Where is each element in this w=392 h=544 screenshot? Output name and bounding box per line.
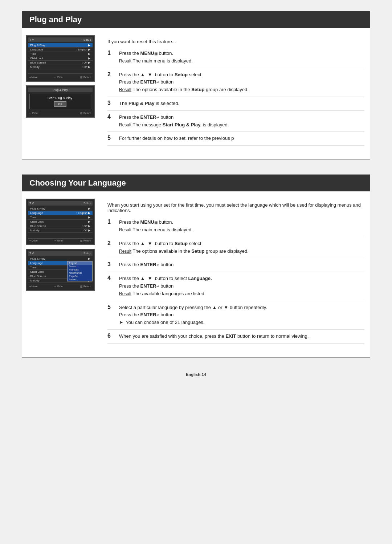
lang-step-2: 2 Press the ▲ ▼ button to Setup select R… (107, 240, 364, 259)
tv1-title-right: Setup (83, 38, 91, 41)
enter-icon-l3: ↵ (156, 263, 159, 267)
lang-intro: When you start using your set for the fi… (107, 202, 364, 213)
plug-intro: If you want to reset this feature... (107, 39, 364, 44)
up-arrow-l4: ▲ (140, 276, 145, 281)
tv1-menu-melody: Melody: Off ▶ (28, 65, 93, 69)
lang-step-4: 4 Press the ▲ ▼ button to select Languag… (107, 275, 364, 301)
menu-key-1: MENU (140, 50, 154, 56)
tv2-popup-text: Start Plug & Play. (32, 96, 89, 100)
lang-step1-result: Result The main menu is displayed. (119, 226, 364, 234)
tv1-menu-empty (28, 69, 93, 74)
tv-screen-1: T V Setup Plug & Play▶ Language: English… (26, 35, 95, 82)
tv3-menu-melody: Melody: Off ▶ (28, 228, 93, 233)
choosing-language-content: T V Setup Plug & Play▶ Language: English… (22, 199, 370, 354)
enter-icon-l4: ↵ (156, 284, 159, 288)
tv-screen-4: T V Setup Plug & Play▶ Language English … (26, 249, 95, 291)
lang-step2-result: Result The options available in the Setu… (119, 248, 364, 255)
plug-step-5: 5 For further details on how to set, ref… (107, 135, 364, 146)
page-footer: English-14 (22, 372, 370, 377)
lang-step5-note: ➤ You can choose one of 21 languages. (119, 320, 204, 325)
lang-step4-result: Result The available languages are liste… (119, 290, 364, 298)
up-arrow-l5: ▲ (212, 305, 217, 310)
up-arrow-2: ▲ (140, 72, 145, 77)
up-arrow-l2: ▲ (140, 241, 145, 246)
menu-key-l1: MENU (140, 219, 154, 225)
tv1-title-left: T V (29, 38, 34, 41)
tv-screen-3: T V Setup Plug & Play▶ Language: English… (26, 199, 95, 245)
down-arrow-2: ▼ (148, 72, 152, 77)
enter-icon-4: ↵ (156, 115, 159, 119)
tv3-menu-bluescreen: Blue Screen: Off ▶ (28, 224, 93, 228)
tv2-footer: ↵ Enter ▥ Return (28, 111, 93, 115)
tv2-titlebar: Plug & Play (28, 88, 93, 92)
tv4-menu-lang-row: Language English Deutsch Français Nederl… (28, 261, 93, 265)
enter-icon-2: ↵ (156, 80, 159, 84)
tv4-dropdown: English Deutsch Français Nederlands Espa… (67, 261, 93, 281)
tv4-titlebar: T V Setup (28, 251, 93, 256)
tv1-footer: ♦ Move ↵ Enter ▥ Return (28, 75, 93, 80)
tv4-footer: ♦ Move ↵ Enter ▥ Return (28, 284, 93, 289)
tv-screens-plug: T V Setup Plug & Play▶ Language: English… (26, 35, 98, 152)
tv-screen-2: Plug & Play Start Plug & Play. OK ↵ Ente… (26, 85, 95, 118)
tv4-menu-plug: Plug & Play▶ (28, 257, 93, 261)
plug-and-play-title: Plug and Play (22, 11, 370, 28)
choosing-language-section: Choosing Your Language T V Setup Plug & … (22, 174, 370, 358)
tv4-dropdown-english: English (68, 261, 92, 265)
tv3-menu-lang: Language: English ▶ (28, 211, 93, 215)
tv4-dropdown-deutsch: Deutsch (68, 265, 92, 268)
tv1-menu-plug: Plug & Play▶ (28, 43, 93, 48)
enter-key-l4: ENTER (140, 283, 156, 289)
tv3-menu-childlock: Child Lock▶ (28, 220, 93, 224)
plug-key-3: Plug & Play (128, 101, 155, 106)
plug-step2-result: Result The options available in the Setu… (119, 86, 364, 94)
lang-instructions: When you start using your set for the fi… (106, 199, 366, 350)
enter-key-l3: ENTER (140, 262, 156, 267)
tv1-menu-childlock: Child Lock▶ (28, 56, 93, 61)
tv3-footer: ♦ Move ↵ Enter ▥ Return (28, 238, 93, 243)
plug-step4-result: Result The message Start Plug & Play. is… (119, 121, 364, 129)
lang-step-6: 6 When you are satisfied with your choic… (107, 333, 364, 344)
enter-key-2: ENTER (140, 79, 156, 85)
tv1-menu-lang: Language: English ▶ (28, 48, 93, 52)
plug-and-play-content: T V Setup Plug & Play▶ Language: English… (22, 35, 370, 156)
tv1-menu-time: Time▶ (28, 52, 93, 56)
tv3-menu-time: Time▶ (28, 215, 93, 220)
lang-step-1: 1 Press the MENU▦ button. Result The mai… (107, 219, 364, 237)
language-key-l4: Language. (188, 276, 212, 281)
plug-step-2: 2 Press the ▲ ▼ button to Setup select P… (107, 71, 364, 97)
tv1-menu-bluescreen: Blue Screen: Off ▶ (28, 61, 93, 65)
tv-screens-lang: T V Setup Plug & Play▶ Language: English… (26, 199, 98, 350)
tv3-titlebar: T V Setup (28, 201, 93, 206)
tv4-dropdown-nederlands: Nederlands (68, 271, 92, 275)
down-arrow-l2: ▼ (148, 241, 152, 246)
tv2-ok-btn[interactable]: OK (54, 101, 66, 107)
enter-key-4: ENTER (140, 114, 156, 120)
plug-step-3: 3 The Plug & Play is selected. (107, 100, 364, 111)
plug-step-1: 1 Press the MENU▦ button. Result The mai… (107, 50, 364, 68)
menu-icon-l1: ▦ (154, 220, 158, 224)
enter-icon-l5: ↵ (156, 313, 159, 317)
down-arrow-l4: ▼ (148, 276, 152, 281)
plug-and-play-section: Plug and Play T V Setup Plug & Play▶ Lan… (22, 11, 370, 160)
plug-step1-result: Result The main menu is displayed. (119, 57, 364, 65)
tv3-menu-plug: Plug & Play▶ (28, 207, 93, 211)
page: Plug and Play T V Setup Plug & Play▶ Lan… (15, 0, 377, 387)
enter-key-l5: ENTER (140, 312, 156, 317)
lang-step-5: 5 Select a particular language by pressi… (107, 304, 364, 330)
tv3-menu-empty (28, 233, 93, 237)
tv4-dropdown-italiano: Italiano (68, 278, 92, 281)
lang-step-3: 3 Press the ENTER↵ button (107, 261, 364, 272)
down-arrow-l5: ▼ (224, 305, 228, 310)
menu-icon-1: ▦ (154, 52, 158, 56)
choosing-language-title: Choosing Your Language (22, 175, 370, 191)
tv4-dropdown-espanol: Español (68, 275, 92, 278)
plug-step-4: 4 Press the ENTER↵ button Result The mes… (107, 114, 364, 132)
plug-instructions: If you want to reset this feature... 1 P… (106, 35, 366, 152)
tv4-dropdown-francais: Français (68, 268, 92, 271)
setup-key-2: Setup (175, 72, 188, 77)
tv1-titlebar: T V Setup (28, 37, 93, 42)
tv2-popup: Start Plug & Play. OK (29, 94, 91, 109)
setup-key-l2: Setup (175, 241, 188, 246)
exit-key-l6: EXIT (225, 333, 236, 339)
